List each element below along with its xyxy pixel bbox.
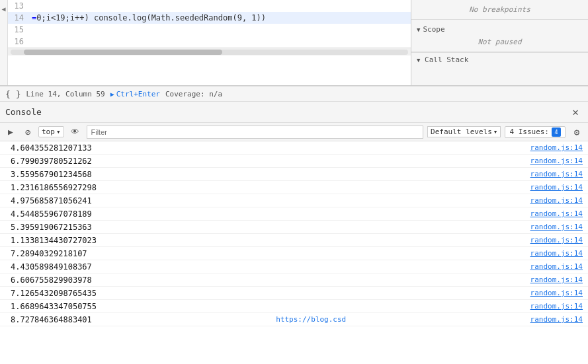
console-value: 8.727846364883401 [11, 315, 92, 324]
console-output-row: 6.606755829903978random.js:14 [0, 273, 588, 287]
console-value: 3.559567901234568 [11, 170, 92, 179]
context-dropdown-arrow-icon: ▾ [56, 127, 61, 136]
console-source-link[interactable]: random.js:14 [530, 289, 583, 297]
console-source-link[interactable]: random.js:14 [530, 262, 583, 271]
play-icon: ▶ [110, 91, 114, 98]
execute-button[interactable]: ▶ [4, 126, 17, 139]
console-value: 1.1338134430727023 [11, 236, 97, 245]
line-code-14: =0;i<19;i++) console.log(Math.seededRand… [29, 12, 266, 24]
issues-counter[interactable]: 4 Issues: 4 [505, 126, 566, 138]
console-value: 1.2316186556927298 [11, 183, 97, 192]
console-output-row: 6.799039780521262random.js:14 [0, 155, 588, 168]
context-label: top [42, 127, 55, 136]
block-icon: ⊘ [25, 127, 30, 137]
live-expressions-button[interactable]: 👁 [68, 126, 83, 139]
console-value: 1.6689643347050755 [11, 302, 97, 311]
status-bar: { } Line 14, Column 59 ▶ Ctrl+Enter Cove… [0, 86, 588, 102]
console-source-link[interactable]: random.js:14 [530, 236, 583, 244]
code-line-13: 13 [8, 0, 411, 12]
console-output[interactable]: 4.604355281207133random.js:146.799039780… [0, 141, 588, 364]
console-output-row: 1.1338134430727023random.js:14 [0, 234, 588, 247]
console-value: 6.606755829903978 [11, 275, 92, 285]
console-settings-button[interactable]: ⚙ [569, 126, 584, 139]
run-button[interactable]: ▶ Ctrl+Enter [110, 90, 160, 98]
scope-status: Not paused [417, 35, 583, 49]
call-stack-triangle-icon: ▼ [417, 57, 420, 63]
scope-header: ▼ Scope [417, 22, 583, 35]
console-output-row: 4.544855967078189random.js:14 [0, 207, 588, 221]
line-num-15: 15 [8, 24, 29, 36]
console-value: 4.544855967078189 [11, 209, 92, 219]
console-value: 7.28940329218107 [11, 249, 87, 258]
console-source-link[interactable]: random.js:14 [530, 170, 583, 178]
curly-braces-icon: { } [5, 89, 21, 99]
line-code-16 [29, 36, 32, 48]
console-output-row: 3.559567901234568random.js:14 [0, 168, 588, 181]
scrollbar-thumb[interactable] [24, 50, 222, 55]
line-num-16: 16 [8, 36, 29, 48]
levels-label: Default levels [431, 127, 492, 136]
levels-arrow-icon: ▾ [493, 127, 498, 136]
line-code-15 [29, 24, 32, 36]
line-code-13 [29, 0, 32, 12]
console-output-row: 7.1265432098765435random.js:14 [0, 287, 588, 300]
horizontal-scrollbar[interactable] [11, 50, 408, 55]
code-line-14: 14 =0;i<19;i++) console.log(Math.seededR… [8, 12, 411, 24]
scope-section: ▼ Scope Not paused [411, 20, 588, 52]
console-toolbar: ▶ ⊘ top ▾ 👁 Default levels ▾ 4 Issues: 4 [0, 123, 588, 141]
console-value: 4.604355281207133 [11, 143, 92, 153]
console-source-link[interactable]: random.js:14 [530, 275, 583, 284]
console-source-link[interactable]: random.js:14 [530, 223, 583, 231]
main-container: ◀ 13 14 =0;i<19;i++) console.log(Math.se… [0, 0, 588, 364]
console-value: 6.799039780521262 [11, 157, 92, 166]
issues-icon: 4 [552, 127, 561, 137]
coverage-info: Coverage: n/a [165, 90, 222, 98]
execute-icon: ▶ [8, 127, 13, 137]
console-source-link[interactable]: random.js:14 [530, 143, 583, 152]
console-output-row: 4.430589849108367random.js:14 [0, 260, 588, 273]
line-num-14: 14 [8, 12, 29, 24]
toggle-arrow-icon: ◀ [1, 5, 5, 13]
code-panel: 13 14 =0;i<19;i++) console.log(Math.seed… [8, 0, 411, 85]
console-output-row: 4.604355281207133random.js:14 [0, 141, 588, 155]
console-source-link[interactable]: random.js:14 [530, 183, 583, 192]
filter-input[interactable] [87, 126, 424, 139]
console-value: 4.430589849108367 [11, 262, 92, 272]
log-levels-selector[interactable]: Default levels ▾ [427, 126, 501, 137]
editor-area: ◀ 13 14 =0;i<19;i++) console.log(Math.se… [0, 0, 588, 86]
left-toggle[interactable]: ◀ [0, 0, 8, 85]
console-output-row: 4.975685871056241random.js:14 [0, 194, 588, 207]
eye-icon: 👁 [71, 127, 79, 137]
horizontal-scrollbar-container [8, 48, 411, 55]
call-stack-label: Call Stack [425, 55, 468, 64]
code-line-16: 16 [8, 36, 411, 48]
console-value: 7.1265432098765435 [11, 289, 97, 298]
issues-label: 4 Issues: [509, 127, 549, 136]
code-content: 13 14 =0;i<19;i++) console.log(Math.seed… [8, 0, 411, 48]
console-output-row: 1.2316186556927298random.js:14 [0, 181, 588, 194]
scope-triangle-icon: ▼ [417, 26, 420, 33]
console-source-link[interactable]: random.js:14 [530, 315, 583, 324]
context-selector[interactable]: top ▾ [38, 126, 64, 137]
console-output-row: 5.395919067215363random.js:14 [0, 221, 588, 234]
console-section: Console ✕ ▶ ⊘ top ▾ 👁 Default levels ▾ [0, 102, 588, 364]
console-header: Console ✕ [0, 102, 588, 123]
console-output-row: 7.28940329218107random.js:14 [0, 247, 588, 260]
close-console-button[interactable]: ✕ [568, 104, 583, 120]
console-value: 5.395919067215363 [11, 223, 92, 232]
console-output-row: 1.6689643347050755random.js:14 [0, 300, 588, 313]
right-debug-panel: No breakpoints ▼ Scope Not paused ▼ Call… [411, 0, 588, 85]
block-button[interactable]: ⊘ [21, 126, 34, 139]
console-title: Console [5, 107, 42, 117]
scope-label: Scope [423, 25, 444, 34]
line-column-info: Line 14, Column 59 [26, 90, 105, 98]
console-source-link[interactable]: random.js:14 [530, 157, 583, 165]
breakpoints-section: No breakpoints [411, 0, 588, 20]
console-source-link[interactable]: random.js:14 [530, 209, 583, 218]
console-source-link[interactable]: random.js:14 [530, 196, 583, 205]
console-output-row: 8.727846364883401https://blog.csdrandom.… [0, 313, 588, 326]
gear-icon: ⚙ [574, 127, 579, 137]
console-source-link[interactable]: random.js:14 [530, 249, 583, 258]
code-line-15: 15 [8, 24, 411, 36]
console-source-link[interactable]: random.js:14 [530, 302, 583, 310]
